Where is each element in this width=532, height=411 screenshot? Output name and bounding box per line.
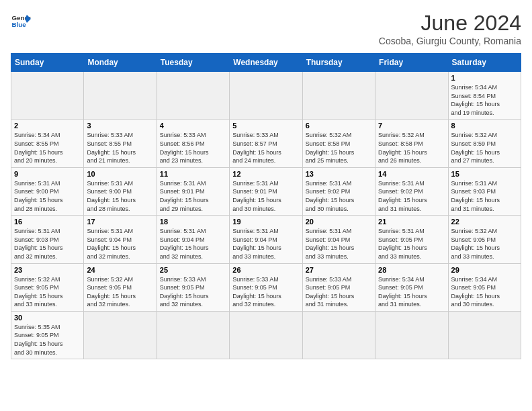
calendar-cell: 23Sunrise: 5:32 AM Sunset: 9:05 PM Dayli… (11, 263, 84, 311)
calendar-cell (230, 311, 302, 359)
day-info: Sunrise: 5:32 AM Sunset: 9:05 PM Dayligh… (14, 275, 81, 309)
calendar-week-6: 30Sunrise: 5:35 AM Sunset: 9:05 PM Dayli… (11, 311, 521, 359)
day-info: Sunrise: 5:31 AM Sunset: 9:04 PM Dayligh… (160, 227, 226, 261)
day-number: 16 (14, 218, 81, 226)
day-number: 27 (306, 266, 372, 274)
day-info: Sunrise: 5:31 AM Sunset: 9:01 PM Dayligh… (232, 179, 299, 213)
col-header-sunday: Sunday (11, 54, 84, 72)
day-info: Sunrise: 5:32 AM Sunset: 8:58 PM Dayligh… (306, 131, 372, 165)
day-number: 2 (14, 122, 81, 130)
day-info: Sunrise: 5:33 AM Sunset: 8:57 PM Dayligh… (232, 131, 299, 165)
calendar-cell: 17Sunrise: 5:31 AM Sunset: 9:04 PM Dayli… (84, 216, 157, 263)
day-number: 17 (87, 218, 153, 226)
calendar-cell: 18Sunrise: 5:31 AM Sunset: 9:04 PM Dayli… (157, 216, 229, 263)
calendar-cell (157, 72, 229, 120)
calendar-week-4: 16Sunrise: 5:31 AM Sunset: 9:03 PM Dayli… (11, 216, 521, 263)
day-info: Sunrise: 5:31 AM Sunset: 9:00 PM Dayligh… (87, 179, 153, 213)
calendar-cell: 22Sunrise: 5:32 AM Sunset: 9:05 PM Dayli… (448, 216, 521, 263)
day-number: 4 (160, 122, 226, 130)
day-number: 28 (378, 266, 445, 274)
calendar-cell: 15Sunrise: 5:31 AM Sunset: 9:03 PM Dayli… (448, 167, 521, 215)
calendar-cell: 27Sunrise: 5:33 AM Sunset: 9:05 PM Dayli… (302, 263, 375, 311)
day-number: 21 (378, 218, 445, 226)
day-info: Sunrise: 5:31 AM Sunset: 9:01 PM Dayligh… (160, 179, 226, 213)
calendar-cell: 14Sunrise: 5:31 AM Sunset: 9:02 PM Dayli… (375, 167, 448, 215)
day-number: 20 (306, 218, 372, 226)
day-number: 12 (232, 170, 299, 178)
day-number: 15 (451, 170, 518, 178)
day-info: Sunrise: 5:33 AM Sunset: 9:05 PM Dayligh… (160, 275, 226, 309)
day-number: 7 (378, 122, 445, 130)
calendar-cell: 9Sunrise: 5:31 AM Sunset: 9:00 PM Daylig… (11, 167, 84, 215)
logo-icon: General Blue (11, 11, 31, 31)
calendar-cell: 1Sunrise: 5:34 AM Sunset: 8:54 PM Daylig… (448, 72, 521, 120)
day-info: Sunrise: 5:31 AM Sunset: 9:03 PM Dayligh… (451, 179, 518, 213)
day-number: 30 (14, 314, 81, 322)
calendar-cell: 30Sunrise: 5:35 AM Sunset: 9:05 PM Dayli… (11, 311, 84, 359)
svg-text:Blue: Blue (12, 21, 27, 28)
day-info: Sunrise: 5:33 AM Sunset: 8:56 PM Dayligh… (160, 131, 226, 165)
day-info: Sunrise: 5:31 AM Sunset: 9:04 PM Dayligh… (306, 227, 372, 261)
day-number: 23 (14, 266, 81, 274)
day-number: 19 (232, 218, 299, 226)
day-number: 25 (160, 266, 226, 274)
col-header-thursday: Thursday (302, 54, 375, 72)
calendar-cell: 25Sunrise: 5:33 AM Sunset: 9:05 PM Dayli… (157, 263, 229, 311)
col-header-monday: Monday (84, 54, 157, 72)
day-number: 3 (87, 122, 153, 130)
day-info: Sunrise: 5:32 AM Sunset: 8:58 PM Dayligh… (378, 131, 445, 165)
calendar-cell: 10Sunrise: 5:31 AM Sunset: 9:00 PM Dayli… (84, 167, 157, 215)
day-number: 1 (451, 74, 518, 82)
calendar-cell: 16Sunrise: 5:31 AM Sunset: 9:03 PM Dayli… (11, 216, 84, 263)
day-info: Sunrise: 5:31 AM Sunset: 9:00 PM Dayligh… (14, 179, 81, 213)
calendar-cell (157, 311, 229, 359)
day-info: Sunrise: 5:34 AM Sunset: 8:55 PM Dayligh… (14, 131, 81, 165)
calendar-cell (84, 72, 157, 120)
calendar-week-5: 23Sunrise: 5:32 AM Sunset: 9:05 PM Dayli… (11, 263, 521, 311)
calendar-cell (230, 72, 302, 120)
day-info: Sunrise: 5:33 AM Sunset: 9:05 PM Dayligh… (306, 275, 372, 309)
day-info: Sunrise: 5:34 AM Sunset: 9:05 PM Dayligh… (378, 275, 445, 309)
calendar-cell (11, 72, 84, 120)
calendar-cell: 26Sunrise: 5:33 AM Sunset: 9:05 PM Dayli… (230, 263, 302, 311)
day-info: Sunrise: 5:31 AM Sunset: 9:02 PM Dayligh… (378, 179, 445, 213)
day-info: Sunrise: 5:31 AM Sunset: 9:05 PM Dayligh… (378, 227, 445, 261)
calendar-cell (84, 311, 157, 359)
day-info: Sunrise: 5:33 AM Sunset: 9:05 PM Dayligh… (232, 275, 299, 309)
day-number: 9 (14, 170, 81, 178)
day-number: 5 (232, 122, 299, 130)
calendar-title: June 2024 (379, 11, 521, 36)
day-info: Sunrise: 5:32 AM Sunset: 8:59 PM Dayligh… (451, 131, 518, 165)
day-number: 8 (451, 122, 518, 130)
day-number: 6 (306, 122, 372, 130)
col-header-wednesday: Wednesday (230, 54, 302, 72)
calendar-cell: 6Sunrise: 5:32 AM Sunset: 8:58 PM Daylig… (302, 120, 375, 167)
calendar-cell (448, 311, 521, 359)
day-info: Sunrise: 5:32 AM Sunset: 9:05 PM Dayligh… (451, 227, 518, 261)
day-number: 29 (451, 266, 518, 274)
calendar-cell: 11Sunrise: 5:31 AM Sunset: 9:01 PM Dayli… (157, 167, 229, 215)
day-info: Sunrise: 5:31 AM Sunset: 9:02 PM Dayligh… (306, 179, 372, 213)
day-info: Sunrise: 5:31 AM Sunset: 9:03 PM Dayligh… (14, 227, 81, 261)
calendar-cell: 19Sunrise: 5:31 AM Sunset: 9:04 PM Dayli… (230, 216, 302, 263)
calendar-cell: 13Sunrise: 5:31 AM Sunset: 9:02 PM Dayli… (302, 167, 375, 215)
day-number: 18 (160, 218, 226, 226)
day-info: Sunrise: 5:31 AM Sunset: 9:04 PM Dayligh… (87, 227, 153, 261)
calendar-week-3: 9Sunrise: 5:31 AM Sunset: 9:00 PM Daylig… (11, 167, 521, 215)
col-header-tuesday: Tuesday (157, 54, 229, 72)
calendar-week-2: 2Sunrise: 5:34 AM Sunset: 8:55 PM Daylig… (11, 120, 521, 167)
calendar-cell (302, 311, 375, 359)
day-number: 11 (160, 170, 226, 178)
day-number: 22 (451, 218, 518, 226)
logo: General Blue (11, 11, 31, 31)
day-info: Sunrise: 5:35 AM Sunset: 9:05 PM Dayligh… (14, 323, 81, 357)
calendar-cell: 3Sunrise: 5:33 AM Sunset: 8:55 PM Daylig… (84, 120, 157, 167)
calendar-cell (375, 311, 448, 359)
calendar-cell: 24Sunrise: 5:32 AM Sunset: 9:05 PM Dayli… (84, 263, 157, 311)
calendar-subtitle: Cosoba, Giurgiu County, Romania (379, 36, 521, 46)
calendar-week-1: 1Sunrise: 5:34 AM Sunset: 8:54 PM Daylig… (11, 72, 521, 120)
calendar-cell (375, 72, 448, 120)
day-info: Sunrise: 5:33 AM Sunset: 8:55 PM Dayligh… (87, 131, 153, 165)
calendar-cell: 7Sunrise: 5:32 AM Sunset: 8:58 PM Daylig… (375, 120, 448, 167)
calendar-cell: 12Sunrise: 5:31 AM Sunset: 9:01 PM Dayli… (230, 167, 302, 215)
